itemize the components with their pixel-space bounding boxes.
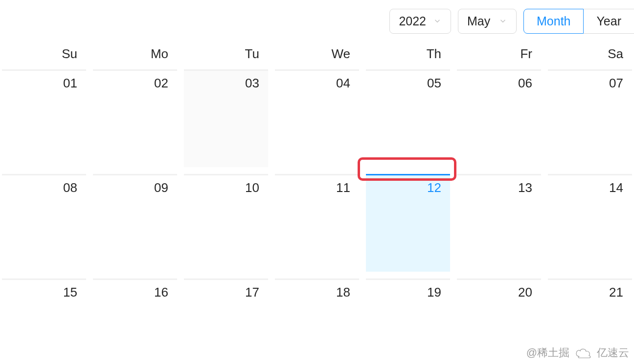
day-number: 20 xyxy=(518,285,532,300)
chevron-down-icon xyxy=(433,14,442,28)
day-cell[interactable]: 15 xyxy=(2,278,86,364)
weekday-header-cell: We xyxy=(275,43,359,66)
year-select-value: 2022 xyxy=(399,14,426,28)
weekday-header-cell: Su xyxy=(2,43,86,66)
view-year-label: Year xyxy=(596,14,621,28)
day-cell[interactable]: 04 xyxy=(275,69,359,167)
day-number: 06 xyxy=(518,76,532,91)
day-number: 19 xyxy=(427,285,441,300)
day-number: 12 xyxy=(427,180,441,195)
day-cell[interactable]: 05 xyxy=(366,69,450,167)
weekday-header-cell: Tu xyxy=(184,43,268,66)
day-number: 10 xyxy=(245,180,259,195)
day-cell[interactable]: 07 xyxy=(548,69,632,167)
day-cell[interactable]: 01 xyxy=(2,69,86,167)
weekday-header-row: SuMoTuWeThFrSa xyxy=(0,43,634,69)
day-cell[interactable]: 06 xyxy=(457,69,541,167)
view-mode-toggle: Month Year xyxy=(523,9,634,34)
calendar-header: 2022 May Month Year xyxy=(0,0,634,43)
day-number: 11 xyxy=(336,180,350,195)
watermark: @稀土掘 亿速云 xyxy=(526,345,629,360)
weekday-header-cell: Th xyxy=(366,43,450,66)
cloud-icon xyxy=(574,347,592,359)
month-select[interactable]: May xyxy=(458,9,517,34)
day-number: 15 xyxy=(63,285,77,300)
day-number: 01 xyxy=(63,76,77,91)
day-number: 16 xyxy=(154,285,168,300)
day-cell[interactable]: 16 xyxy=(93,278,177,364)
month-select-value: May xyxy=(467,14,490,28)
view-month-button[interactable]: Month xyxy=(523,9,584,34)
watermark-text-2: 亿速云 xyxy=(597,345,629,360)
day-number: 13 xyxy=(518,180,532,195)
weekday-header-cell: Mo xyxy=(93,43,177,66)
calendar-container: 2022 May Month Year SuMoTuWeThFrSa 01020… xyxy=(0,0,634,364)
day-cell[interactable]: 02 xyxy=(93,69,177,167)
day-number: 05 xyxy=(427,76,441,91)
view-year-button[interactable]: Year xyxy=(584,9,634,34)
day-cell[interactable]: 14 xyxy=(548,174,632,272)
day-cell[interactable]: 19 xyxy=(366,278,450,364)
weekday-header-cell: Sa xyxy=(548,43,632,66)
watermark-text-1: @稀土掘 xyxy=(526,345,569,360)
day-number: 07 xyxy=(609,76,623,91)
day-cell[interactable]: 12 xyxy=(366,174,450,272)
day-number: 09 xyxy=(154,180,168,195)
day-number: 14 xyxy=(609,180,623,195)
view-month-label: Month xyxy=(537,14,570,28)
day-cell[interactable]: 08 xyxy=(2,174,86,272)
day-number: 02 xyxy=(154,76,168,91)
day-cell[interactable]: 10 xyxy=(184,174,268,272)
day-number: 17 xyxy=(245,285,259,300)
day-cell[interactable]: 11 xyxy=(275,174,359,272)
weekday-header-cell: Fr xyxy=(457,43,541,66)
day-cell[interactable]: 09 xyxy=(93,174,177,272)
day-cell[interactable]: 18 xyxy=(275,278,359,364)
day-cell[interactable]: 17 xyxy=(184,278,268,364)
calendar-days-grid: 0102030405060708091011121314151617181920… xyxy=(0,69,634,364)
day-number: 21 xyxy=(609,285,623,300)
day-cell[interactable]: 13 xyxy=(457,174,541,272)
day-number: 04 xyxy=(336,76,350,91)
chevron-down-icon xyxy=(498,14,507,28)
day-number: 08 xyxy=(63,180,77,195)
day-number: 18 xyxy=(336,285,350,300)
year-select[interactable]: 2022 xyxy=(389,9,451,34)
day-number: 03 xyxy=(245,76,259,91)
day-cell[interactable]: 03 xyxy=(184,69,268,167)
